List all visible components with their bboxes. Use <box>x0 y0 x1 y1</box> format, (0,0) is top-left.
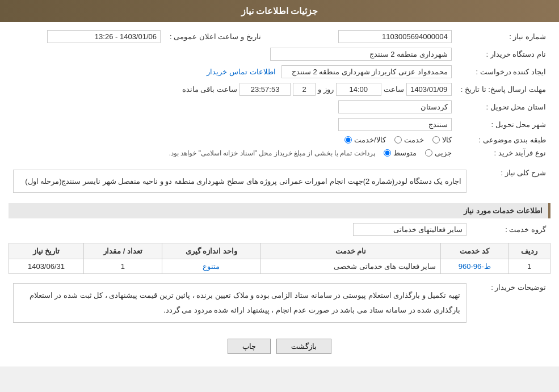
need-number-value: 1103005694000004 <box>300 28 456 45</box>
group-service-value: سایر فعالیتهای خدماتی <box>9 221 471 238</box>
col-date: تاریخ نیاز <box>9 243 84 259</box>
province-label: استان محل تحویل : <box>456 98 550 116</box>
table-cell: 1 <box>508 259 550 274</box>
table-cell: متنوع <box>162 259 260 274</box>
deadline-days-display: 2 <box>293 83 316 96</box>
content-area: شماره نیاز : 1103005694000004 تاریخ و سا… <box>0 22 559 366</box>
city-value: سنندج <box>9 116 456 133</box>
services-section-title: اطلاعات خدمات مورد نیاز <box>9 203 550 218</box>
province-value: کردستان <box>9 98 456 116</box>
group-service-row: گروه خدمت : سایر فعالیتهای خدماتی <box>9 221 550 238</box>
back-button[interactable]: بازگشت <box>276 339 331 354</box>
creator-value: محمدفواد عزتی کاربرداز شهرداری منطقه 2 س… <box>9 63 456 81</box>
description-value: اجاره یک دستگاه لودر(شماره 2)جهت انجام ا… <box>9 164 471 199</box>
creator-label: ایجاد کننده درخواست : <box>456 63 550 81</box>
buyer-org-row: نام دستگاه خریدار : شهرداری منطقه 2 سنند… <box>9 45 550 63</box>
col-unit: واحد اندازه گیری <box>162 243 260 259</box>
table-cell: سایر فعالیت های خدماتی شخصی <box>260 259 440 274</box>
process-medium-label: متوسط <box>393 149 417 157</box>
services-table-header: ردیف کد خدمت نام خدمت واحد اندازه گیری ت… <box>9 243 550 259</box>
services-header-row: ردیف کد خدمت نام خدمت واحد اندازه گیری ت… <box>9 243 550 259</box>
buyer-org-value: شهرداری منطقه 2 سنندج <box>9 45 456 63</box>
table-cell: ط-96-960 <box>441 259 508 274</box>
province-display: کردستان <box>338 100 452 113</box>
description-table: شرح کلی نیاز : اجاره یک دستگاه لودر(شمار… <box>9 164 550 199</box>
category-both-label: کالا/خدمت <box>354 136 386 144</box>
process-value: جزیی متوسط پرداخت تمام یا بخشی از مبلغ خ… <box>9 146 456 159</box>
city-row: شهر محل تحویل : سنندج <box>9 116 550 133</box>
col-service-code: کد خدمت <box>441 243 508 259</box>
description-display: اجاره یک دستگاه لودر(شماره 2)جهت انجام ا… <box>13 170 466 193</box>
col-qty: تعداد / مقدار <box>83 243 162 259</box>
category-radio-group: کالا خدمت کالا/خدمت <box>344 136 452 144</box>
process-option-medium[interactable]: متوسط <box>384 149 417 157</box>
category-goods-label: کالا <box>442 136 452 144</box>
creator-display: محمدفواد عزتی کاربرداز شهرداری منطقه 2 س… <box>281 65 452 78</box>
description-label: شرح کلی نیاز : <box>471 164 550 199</box>
services-table: ردیف کد خدمت نام خدمت واحد اندازه گیری ت… <box>9 243 550 274</box>
button-row: بازگشت چاپ <box>9 332 550 361</box>
deadline-remaining-display: 23:57:53 <box>239 83 291 96</box>
deadline-days-label: روز و <box>318 85 334 94</box>
description-row: شرح کلی نیاز : اجاره یک دستگاه لودر(شمار… <box>9 164 550 199</box>
category-label: طبقه بندی موضوعی : <box>456 133 550 146</box>
deadline-date-display: 1403/01/09 <box>406 83 452 96</box>
need-number-display: 1103005694000004 <box>338 30 452 43</box>
notes-label: توضیحات خریدار : <box>471 279 550 327</box>
page-title: جزئیات اطلاعات نیاز <box>241 6 318 16</box>
category-value: کالا خدمت کالا/خدمت <box>9 133 456 146</box>
contact-link[interactable]: اطلاعات تماس خریدار <box>207 68 275 76</box>
announcement-label: تاریخ و ساعت اعلان عمومی : <box>165 28 266 45</box>
group-service-table: گروه خدمت : سایر فعالیتهای خدماتی <box>9 221 550 238</box>
category-radio-both[interactable] <box>344 136 352 144</box>
process-note: پرداخت تمام یا بخشی از مبلغ خریداز محل "… <box>169 149 375 157</box>
process-label: نوع فرآیند خرید : <box>456 146 550 159</box>
category-radio-service[interactable] <box>394 136 402 144</box>
buyer-org-label: نام دستگاه خریدار : <box>456 45 550 63</box>
table-cell: 1403/06/31 <box>9 259 84 274</box>
need-number-label: شماره نیاز : <box>456 28 550 45</box>
buyer-org-display: شهرداری منطقه 2 سنندج <box>270 48 452 61</box>
process-radio-medium[interactable] <box>384 149 391 157</box>
deadline-label: مهلت ارسال پاسخ: تا تاریخ : <box>456 81 550 98</box>
category-option-both[interactable]: کالا/خدمت <box>344 136 386 144</box>
main-info-table: شماره نیاز : 1103005694000004 تاریخ و سا… <box>9 28 550 159</box>
category-service-label: خدمت <box>404 136 424 144</box>
group-service-display: سایر فعالیتهای خدماتی <box>353 223 466 236</box>
province-row: استان محل تحویل : کردستان <box>9 98 550 116</box>
announcement-value: 1403/01/06 - 13:26 <box>9 28 165 45</box>
deadline-time-display: 14:00 <box>336 83 381 96</box>
services-table-body: 1ط-96-960سایر فعالیت های خدماتی شخصیمتنو… <box>9 259 550 274</box>
process-partial-label: جزیی <box>435 149 452 157</box>
deadline-row: مهلت ارسال پاسخ: تا تاریخ : 1403/01/09 س… <box>9 81 550 98</box>
deadline-remaining-label: ساعت باقی مانده <box>182 85 237 94</box>
category-row: طبقه بندی موضوعی : کالا خدمت کالا/خدمت <box>9 133 550 146</box>
table-cell: 1 <box>83 259 162 274</box>
deadline-value: 1403/01/09 ساعت 14:00 روز و 2 23:57:53 س… <box>9 81 456 98</box>
category-option-service[interactable]: خدمت <box>394 136 424 144</box>
process-option-partial[interactable]: جزیی <box>425 149 452 157</box>
notes-row: توضیحات خریدار : تهیه تکمیل و بارگذاری ا… <box>9 279 550 327</box>
category-option-goods[interactable]: کالا <box>432 136 452 144</box>
category-radio-goods[interactable] <box>432 136 440 144</box>
notes-value: تهیه تکمیل و بارگذاری استعلام پیوستی در … <box>9 279 471 327</box>
process-row: نوع فرآیند خرید : جزیی متوسط پرداخت تمام… <box>9 146 550 159</box>
creator-row: ایجاد کننده درخواست : محمدفواد عزتی کارب… <box>9 63 550 81</box>
need-number-row: شماره نیاز : 1103005694000004 تاریخ و سا… <box>9 28 550 45</box>
col-service-name: نام خدمت <box>260 243 440 259</box>
deadline-time-label: ساعت <box>384 85 404 94</box>
col-row-num: ردیف <box>508 243 550 259</box>
city-display: سنندج <box>338 118 452 131</box>
city-label: شهر محل تحویل : <box>456 116 550 133</box>
page-header: جزئیات اطلاعات نیاز <box>0 0 559 22</box>
page-wrapper: جزئیات اطلاعات نیاز شماره نیاز : 1103005… <box>0 0 559 366</box>
notes-display: تهیه تکمیل و بارگذاری استعلام پیوستی در … <box>13 283 466 323</box>
group-service-label: گروه خدمت : <box>471 221 550 238</box>
announcement-display: 1403/01/06 - 13:26 <box>47 30 161 43</box>
process-radio-partial[interactable] <box>425 149 432 157</box>
table-row: 1ط-96-960سایر فعالیت های خدماتی شخصیمتنو… <box>9 259 550 274</box>
print-button[interactable]: چاپ <box>228 339 271 354</box>
notes-table: توضیحات خریدار : تهیه تکمیل و بارگذاری ا… <box>9 279 550 327</box>
